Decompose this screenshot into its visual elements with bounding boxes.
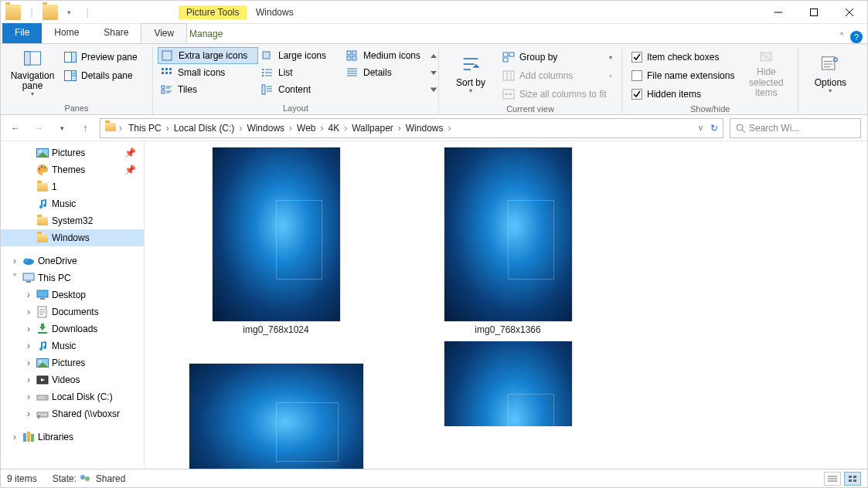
tree-item[interactable]: ›Videos xyxy=(1,371,144,388)
close-button[interactable] xyxy=(832,1,867,24)
expander-icon[interactable]: › xyxy=(24,307,33,317)
tree-item[interactable]: Themes📌 xyxy=(1,161,144,178)
breadcrumb-segment[interactable]: Web xyxy=(294,121,318,135)
breadcrumb-segment[interactable]: 4K xyxy=(325,121,343,135)
chevron-right-icon[interactable]: › xyxy=(288,123,294,134)
breadcrumb-segment[interactable]: Local Disk (C:) xyxy=(171,121,238,135)
list-button[interactable]: List xyxy=(258,64,343,81)
navigation-pane[interactable]: Pictures📌Themes📌1MusicSystem32Windows›On… xyxy=(1,141,145,469)
expander-icon[interactable]: › xyxy=(24,358,33,368)
search-box[interactable]: Search Wi... xyxy=(730,118,861,138)
details-pane-button[interactable]: Details pane xyxy=(61,67,146,84)
recent-locations-button[interactable]: ▾ xyxy=(53,120,70,137)
file-tab[interactable]: File xyxy=(2,23,42,43)
file-item[interactable]: img0_768x1024 xyxy=(160,147,392,335)
tree-item[interactable]: ›Music xyxy=(1,337,144,354)
expander-icon[interactable]: › xyxy=(24,374,33,385)
svg-line-70 xyxy=(742,130,745,133)
chevron-right-icon[interactable]: › xyxy=(237,123,243,134)
share-tab[interactable]: Share xyxy=(91,23,141,43)
breadcrumb-segment[interactable]: This PC xyxy=(125,121,165,135)
content-button[interactable]: Content xyxy=(258,81,343,98)
addr-dropdown-icon[interactable]: v xyxy=(699,124,709,132)
tree-item[interactable]: ›Libraries xyxy=(1,429,144,446)
back-button[interactable]: ← xyxy=(7,120,24,137)
tree-item[interactable]: 1 xyxy=(1,178,144,195)
expander-icon[interactable]: › xyxy=(24,341,33,351)
expander-icon[interactable]: › xyxy=(24,408,33,419)
refresh-button[interactable]: ↻ xyxy=(710,123,723,134)
options-button[interactable]: Options ▾ xyxy=(803,47,857,101)
themes-icon xyxy=(36,164,49,176)
tree-item[interactable]: ›Documents xyxy=(1,303,144,320)
expander-icon[interactable]: › xyxy=(24,391,33,402)
qat-dropdown-icon[interactable]: ▾ xyxy=(61,5,77,20)
minimize-button[interactable] xyxy=(761,1,796,24)
home-tab[interactable]: Home xyxy=(42,23,91,43)
scroll-up-icon[interactable] xyxy=(430,53,437,59)
details-view-toggle[interactable] xyxy=(824,472,841,486)
extra-large-icons-button[interactable]: Extra large icons xyxy=(158,47,258,64)
tree-item[interactable]: System32 xyxy=(1,212,144,229)
size-all-columns-button[interactable]: Size all columns to fit xyxy=(499,86,615,103)
expander-icon[interactable]: › xyxy=(10,256,19,266)
tree-item[interactable]: ˅This PC xyxy=(1,269,144,286)
hidden-items-toggle[interactable]: Hidden items xyxy=(628,86,737,103)
file-extensions-toggle[interactable]: File name extensions xyxy=(628,67,737,84)
sort-by-button[interactable]: Sort by ▾ xyxy=(444,47,498,101)
item-checkboxes-toggle[interactable]: Item check boxes xyxy=(628,49,737,66)
file-item[interactable]: img0_1024x768 xyxy=(160,341,392,469)
tree-item[interactable]: ›Local Disk (C:) xyxy=(1,388,144,405)
tree-item[interactable]: ›Desktop xyxy=(1,286,144,303)
preview-pane-button[interactable]: Preview pane xyxy=(61,49,146,66)
svg-point-75 xyxy=(41,166,43,168)
small-icons-button[interactable]: Small icons xyxy=(158,64,258,81)
group-by-button[interactable]: Group by ▾ xyxy=(499,49,615,66)
chevron-right-icon[interactable]: › xyxy=(342,123,349,134)
hide-selected-items-button[interactable]: Hide selected items xyxy=(739,47,793,101)
up-button[interactable]: ↑ xyxy=(77,120,94,137)
file-item[interactable] xyxy=(392,341,624,426)
expander-icon[interactable]: › xyxy=(10,432,19,442)
thumbnails-view-toggle[interactable] xyxy=(844,472,861,486)
tree-item[interactable]: ›OneDrive xyxy=(1,252,144,269)
breadcrumb-segment[interactable]: Wallpaper xyxy=(349,121,397,135)
large-icons-button[interactable]: Large icons xyxy=(258,47,343,64)
expander-icon[interactable]: ˅ xyxy=(10,273,19,283)
chevron-right-icon[interactable]: › xyxy=(319,123,325,134)
expander-icon[interactable]: › xyxy=(24,324,33,334)
svg-rect-27 xyxy=(262,72,264,73)
breadcrumb-segment[interactable]: Windows xyxy=(243,121,288,135)
tree-item[interactable]: Music xyxy=(1,195,144,212)
tree-item[interactable]: ›Pictures xyxy=(1,354,144,371)
scroll-down-icon[interactable] xyxy=(430,70,437,76)
tree-item[interactable]: Windows xyxy=(1,229,144,246)
new-folder-icon[interactable] xyxy=(43,5,58,20)
help-icon[interactable]: ? xyxy=(850,31,863,43)
navigation-pane-button[interactable]: Navigation pane ▾ xyxy=(5,47,60,101)
file-content-area[interactable]: img0_768x1024img0_768x1366img0_1024x768 xyxy=(145,141,867,469)
collapse-ribbon-icon[interactable]: ˄ xyxy=(839,32,844,42)
address-bar[interactable]: › This PC›Local Disk (C:)›Windows›Web›4K… xyxy=(100,118,723,138)
chevron-right-icon[interactable]: › xyxy=(446,123,452,134)
expander-icon[interactable]: › xyxy=(24,290,33,300)
svg-rect-106 xyxy=(849,476,852,478)
expand-gallery-icon[interactable] xyxy=(430,87,437,93)
tree-item[interactable]: ›Downloads xyxy=(1,320,144,337)
svg-rect-64 xyxy=(632,90,642,100)
file-item[interactable]: img0_768x1366 xyxy=(392,147,624,335)
quick-access-toolbar: | ▾ | xyxy=(1,5,95,20)
chevron-right-icon[interactable]: › xyxy=(165,123,171,134)
tree-item[interactable]: ›Shared (\\vboxsr xyxy=(1,405,144,422)
libraries-icon xyxy=(22,431,35,443)
tiles-button[interactable]: Tiles xyxy=(158,81,258,98)
breadcrumb-segment[interactable]: Windows xyxy=(403,121,447,135)
maximize-button[interactable] xyxy=(796,1,832,24)
tree-item[interactable]: Pictures📌 xyxy=(1,144,144,161)
forward-button[interactable]: → xyxy=(30,120,47,137)
manage-tab[interactable]: Manage xyxy=(179,25,233,43)
chevron-right-icon[interactable]: › xyxy=(397,123,403,134)
details-view-button[interactable]: Details xyxy=(343,64,428,81)
add-columns-button[interactable]: Add columns ▾ xyxy=(499,67,615,84)
medium-icons-button[interactable]: Medium icons xyxy=(343,47,428,64)
